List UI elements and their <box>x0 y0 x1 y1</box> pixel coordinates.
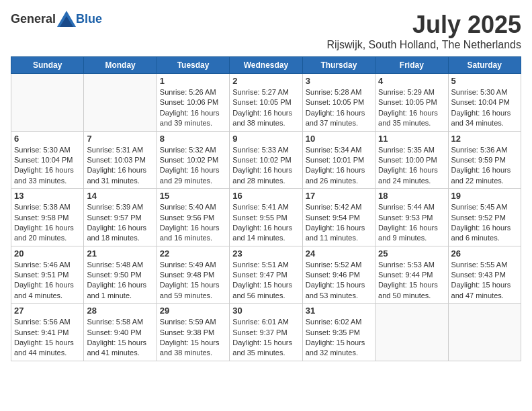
day-cell: 9Sunrise: 5:33 AM Sunset: 10:02 PM Dayli… <box>230 131 302 189</box>
day-info: Sunrise: 5:58 AM Sunset: 9:40 PM Dayligh… <box>87 317 153 359</box>
day-number: 7 <box>87 134 153 144</box>
week-row-4: 20Sunrise: 5:46 AM Sunset: 9:51 PM Dayli… <box>11 246 521 304</box>
day-cell: 21Sunrise: 5:48 AM Sunset: 9:50 PM Dayli… <box>84 246 157 304</box>
day-info: Sunrise: 5:45 AM Sunset: 9:52 PM Dayligh… <box>451 202 518 244</box>
day-number: 16 <box>232 191 299 201</box>
day-info: Sunrise: 5:32 AM Sunset: 10:02 PM Daylig… <box>160 145 226 187</box>
day-info: Sunrise: 5:41 AM Sunset: 9:55 PM Dayligh… <box>232 202 299 244</box>
day-header-sunday: Sunday <box>11 57 84 74</box>
day-info: Sunrise: 5:39 AM Sunset: 9:57 PM Dayligh… <box>87 202 153 244</box>
header-row: SundayMondayTuesdayWednesdayThursdayFrid… <box>11 57 521 74</box>
day-cell: 27Sunrise: 5:56 AM Sunset: 9:41 PM Dayli… <box>11 304 84 361</box>
day-cell <box>11 74 84 132</box>
day-cell <box>375 304 448 361</box>
day-number: 4 <box>378 76 445 86</box>
day-cell: 4Sunrise: 5:29 AM Sunset: 10:05 PM Dayli… <box>375 74 448 132</box>
day-cell: 3Sunrise: 5:28 AM Sunset: 10:05 PM Dayli… <box>302 74 375 132</box>
day-cell: 6Sunrise: 5:30 AM Sunset: 10:04 PM Dayli… <box>11 131 84 189</box>
day-header-saturday: Saturday <box>448 57 521 74</box>
day-info: Sunrise: 5:53 AM Sunset: 9:44 PM Dayligh… <box>378 260 445 302</box>
day-info: Sunrise: 5:40 AM Sunset: 9:56 PM Dayligh… <box>160 202 226 244</box>
day-info: Sunrise: 5:35 AM Sunset: 10:00 PM Daylig… <box>378 145 445 187</box>
day-info: Sunrise: 5:30 AM Sunset: 10:04 PM Daylig… <box>451 87 518 129</box>
day-header-wednesday: Wednesday <box>230 57 302 74</box>
day-info: Sunrise: 5:38 AM Sunset: 9:58 PM Dayligh… <box>14 202 81 244</box>
day-info: Sunrise: 5:49 AM Sunset: 9:48 PM Dayligh… <box>160 260 226 302</box>
day-number: 31 <box>306 306 372 316</box>
day-number: 21 <box>87 248 153 259</box>
day-number: 10 <box>306 134 372 144</box>
day-cell <box>84 74 157 132</box>
day-number: 14 <box>87 191 153 201</box>
day-info: Sunrise: 5:33 AM Sunset: 10:02 PM Daylig… <box>232 145 299 187</box>
day-info: Sunrise: 6:01 AM Sunset: 9:37 PM Dayligh… <box>232 317 299 359</box>
day-info: Sunrise: 5:34 AM Sunset: 10:01 PM Daylig… <box>306 145 372 187</box>
day-info: Sunrise: 5:52 AM Sunset: 9:46 PM Dayligh… <box>306 260 372 302</box>
day-info: Sunrise: 5:56 AM Sunset: 9:41 PM Dayligh… <box>14 317 81 359</box>
day-number: 29 <box>160 306 226 316</box>
day-number: 9 <box>232 134 299 144</box>
day-cell: 12Sunrise: 5:36 AM Sunset: 9:59 PM Dayli… <box>448 131 521 189</box>
day-number: 13 <box>14 191 81 201</box>
day-cell: 23Sunrise: 5:51 AM Sunset: 9:47 PM Dayli… <box>230 246 302 304</box>
day-number: 18 <box>378 191 445 201</box>
day-header-thursday: Thursday <box>302 57 375 74</box>
logo-icon <box>57 11 76 27</box>
day-number: 5 <box>451 76 518 86</box>
day-number: 11 <box>378 134 445 144</box>
day-number: 24 <box>306 248 372 259</box>
page-header: General Blue July 2025 Rijswijk, South H… <box>11 11 521 51</box>
day-cell: 2Sunrise: 5:27 AM Sunset: 10:05 PM Dayli… <box>230 74 302 132</box>
logo: General Blue <box>11 11 102 27</box>
day-number: 2 <box>232 76 299 86</box>
day-cell: 17Sunrise: 5:42 AM Sunset: 9:54 PM Dayli… <box>302 189 375 246</box>
week-row-5: 27Sunrise: 5:56 AM Sunset: 9:41 PM Dayli… <box>11 304 521 361</box>
day-info: Sunrise: 5:44 AM Sunset: 9:53 PM Dayligh… <box>378 202 445 244</box>
day-number: 25 <box>378 248 445 259</box>
day-info: Sunrise: 5:31 AM Sunset: 10:03 PM Daylig… <box>87 145 153 187</box>
day-cell: 18Sunrise: 5:44 AM Sunset: 9:53 PM Dayli… <box>375 189 448 246</box>
day-number: 28 <box>87 306 153 316</box>
day-info: Sunrise: 5:30 AM Sunset: 10:04 PM Daylig… <box>14 145 81 187</box>
day-info: Sunrise: 5:28 AM Sunset: 10:05 PM Daylig… <box>306 87 372 129</box>
day-number: 26 <box>451 248 518 259</box>
month-title: July 2025 <box>326 11 521 39</box>
day-info: Sunrise: 5:46 AM Sunset: 9:51 PM Dayligh… <box>14 260 81 302</box>
day-cell: 5Sunrise: 5:30 AM Sunset: 10:04 PM Dayli… <box>448 74 521 132</box>
day-header-tuesday: Tuesday <box>157 57 229 74</box>
day-cell: 11Sunrise: 5:35 AM Sunset: 10:00 PM Dayl… <box>375 131 448 189</box>
logo-blue-text: Blue <box>76 12 102 26</box>
day-info: Sunrise: 5:29 AM Sunset: 10:05 PM Daylig… <box>378 87 445 129</box>
day-info: Sunrise: 5:26 AM Sunset: 10:06 PM Daylig… <box>160 87 226 129</box>
day-cell: 15Sunrise: 5:40 AM Sunset: 9:56 PM Dayli… <box>157 189 229 246</box>
day-number: 19 <box>451 191 518 201</box>
location-title: Rijswijk, South Holland, The Netherlands <box>326 39 521 51</box>
day-cell: 10Sunrise: 5:34 AM Sunset: 10:01 PM Dayl… <box>302 131 375 189</box>
day-number: 15 <box>160 191 226 201</box>
day-info: Sunrise: 5:36 AM Sunset: 9:59 PM Dayligh… <box>451 145 518 187</box>
day-info: Sunrise: 5:59 AM Sunset: 9:38 PM Dayligh… <box>160 317 226 359</box>
day-cell: 13Sunrise: 5:38 AM Sunset: 9:58 PM Dayli… <box>11 189 84 246</box>
day-info: Sunrise: 5:42 AM Sunset: 9:54 PM Dayligh… <box>306 202 372 244</box>
day-cell: 8Sunrise: 5:32 AM Sunset: 10:02 PM Dayli… <box>157 131 229 189</box>
day-number: 8 <box>160 134 226 144</box>
week-row-1: 1Sunrise: 5:26 AM Sunset: 10:06 PM Dayli… <box>11 74 521 132</box>
title-area: July 2025 Rijswijk, South Holland, The N… <box>326 11 521 51</box>
day-number: 3 <box>306 76 372 86</box>
day-cell: 14Sunrise: 5:39 AM Sunset: 9:57 PM Dayli… <box>84 189 157 246</box>
day-cell: 26Sunrise: 5:55 AM Sunset: 9:43 PM Dayli… <box>448 246 521 304</box>
calendar-table: SundayMondayTuesdayWednesdayThursdayFrid… <box>11 56 521 361</box>
day-number: 17 <box>306 191 372 201</box>
day-cell: 24Sunrise: 5:52 AM Sunset: 9:46 PM Dayli… <box>302 246 375 304</box>
day-cell: 7Sunrise: 5:31 AM Sunset: 10:03 PM Dayli… <box>84 131 157 189</box>
day-info: Sunrise: 6:02 AM Sunset: 9:35 PM Dayligh… <box>306 317 372 359</box>
day-cell: 16Sunrise: 5:41 AM Sunset: 9:55 PM Dayli… <box>230 189 302 246</box>
day-cell: 28Sunrise: 5:58 AM Sunset: 9:40 PM Dayli… <box>84 304 157 361</box>
day-number: 6 <box>14 134 81 144</box>
day-cell: 1Sunrise: 5:26 AM Sunset: 10:06 PM Dayli… <box>157 74 229 132</box>
day-number: 20 <box>14 248 81 259</box>
day-info: Sunrise: 5:27 AM Sunset: 10:05 PM Daylig… <box>232 87 299 129</box>
day-cell: 29Sunrise: 5:59 AM Sunset: 9:38 PM Dayli… <box>157 304 229 361</box>
day-number: 22 <box>160 248 226 259</box>
day-number: 1 <box>160 76 226 86</box>
